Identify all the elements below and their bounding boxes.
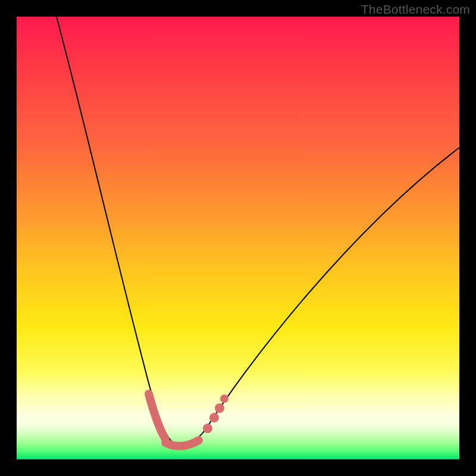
watermark-text: TheBottleneck.com bbox=[361, 2, 470, 17]
highlight-dot bbox=[203, 424, 212, 433]
highlight-trough bbox=[165, 440, 199, 446]
chart-frame: TheBottleneck.com bbox=[0, 0, 476, 476]
highlight-left-descent bbox=[149, 394, 165, 439]
highlight-dot bbox=[209, 413, 219, 422]
highlight-dot bbox=[215, 403, 224, 413]
bottleneck-curve bbox=[57, 17, 459, 446]
plot-area bbox=[17, 17, 459, 459]
curve-layer bbox=[17, 17, 459, 459]
highlight-dot bbox=[220, 394, 228, 403]
